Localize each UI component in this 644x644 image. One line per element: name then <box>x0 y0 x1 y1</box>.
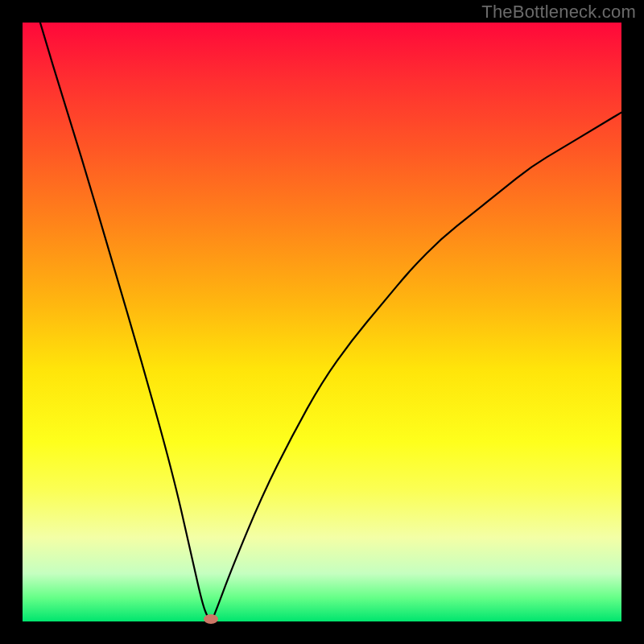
bottleneck-curve <box>23 0 621 621</box>
plot-area <box>23 23 621 621</box>
curve-svg <box>23 23 621 621</box>
chart-frame: TheBottleneck.com <box>0 0 644 644</box>
watermark-text: TheBottleneck.com <box>481 2 636 23</box>
vertex-marker <box>204 614 218 624</box>
